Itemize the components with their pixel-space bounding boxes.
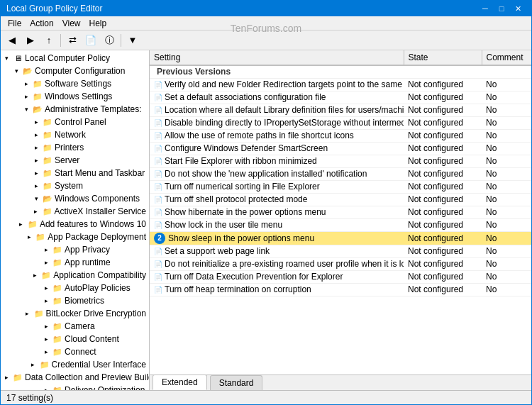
- tree-expander-camera[interactable]: ▸: [40, 321, 52, 332]
- table-row[interactable]: Turn off shell protocol protected modeNo…: [150, 193, 531, 206]
- col-header-setting[interactable]: Setting: [150, 50, 404, 65]
- tree-expander-windows-settings[interactable]: ▸: [21, 91, 32, 102]
- tree-label-start-menu: Start Menu and Taskbar: [55, 168, 145, 178]
- tree-expander-computer-configuration[interactable]: ▾: [11, 65, 22, 77]
- tree-item-connect[interactable]: ▸Connect: [1, 345, 149, 358]
- menu-action[interactable]: Action: [26, 17, 57, 30]
- tree-item-bitlocker[interactable]: ▸BitLocker Drive Encryption: [1, 307, 149, 320]
- tree-expander-app-package[interactable]: ▸: [23, 231, 35, 243]
- properties-button[interactable]: 📄: [82, 33, 99, 48]
- tree-icon-start-menu: [42, 167, 53, 179]
- tree-expander-system[interactable]: ▸: [31, 180, 42, 192]
- tree-expander-bitlocker[interactable]: ▸: [22, 308, 33, 319]
- tree-expander-connect[interactable]: ▸: [40, 346, 52, 357]
- tree-item-administrative-templates[interactable]: ▾Administrative Templates:: [1, 103, 149, 116]
- tree-expander-data-collection[interactable]: ▸: [1, 372, 12, 383]
- table-row[interactable]: Verify old and new Folder Redirection ta…: [150, 78, 531, 91]
- table-row[interactable]: Do not show the 'new application install…: [150, 167, 531, 180]
- minimize-button[interactable]: ─: [477, 2, 493, 15]
- tree-item-server[interactable]: ▸Server: [1, 154, 149, 167]
- tree-item-network[interactable]: ▸Network: [1, 128, 149, 141]
- tree-item-windows-settings[interactable]: ▸Windows Settings: [1, 90, 149, 103]
- maximize-button[interactable]: □: [494, 2, 509, 15]
- table-cell-state: Not configured: [404, 231, 482, 245]
- table-row[interactable]: Turn off numerical sorting in File Explo…: [150, 180, 531, 193]
- col-header-state[interactable]: State: [404, 50, 482, 65]
- tab-extended[interactable]: Extended: [153, 375, 207, 390]
- table-row[interactable]: Do not reinitialize a pre-existing roame…: [150, 257, 531, 270]
- tree-expander-add-features[interactable]: ▸: [16, 218, 27, 230]
- tree-item-system[interactable]: ▸System: [1, 179, 149, 192]
- table-row[interactable]: Allow the use of remote paths in file sh…: [150, 129, 531, 142]
- up-button[interactable]: ↑: [40, 33, 57, 48]
- table-row[interactable]: Set a support web page linkNot configure…: [150, 245, 531, 257]
- tree-expander-autoplay[interactable]: ▸: [40, 282, 52, 294]
- setting-text: Turn off Data Execution Prevention for E…: [165, 272, 343, 282]
- table-cell-setting: Do not show the 'new application install…: [150, 167, 404, 180]
- tree-icon-printers: [42, 142, 53, 153]
- tree-expander-local-computer-policy[interactable]: ▾: [1, 52, 12, 64]
- table-row[interactable]: Previous Versions: [150, 65, 531, 78]
- tree-item-application-compat[interactable]: ▸Application Compatibility: [1, 269, 149, 282]
- tree-item-app-runtime[interactable]: ▸App runtime: [1, 256, 149, 269]
- close-button[interactable]: ✕: [510, 2, 526, 15]
- tree-item-computer-configuration[interactable]: ▾Computer Configuration: [1, 65, 149, 77]
- tree-expander-start-menu[interactable]: ▸: [31, 167, 42, 179]
- tree-expander-software-settings[interactable]: ▸: [21, 78, 32, 89]
- tree-expander-activex[interactable]: ▸: [31, 206, 42, 217]
- table-row[interactable]: Show lock in the user tile menuNot confi…: [150, 218, 531, 231]
- tree-expander-printers[interactable]: ▸: [31, 142, 42, 153]
- table-row[interactable]: Configure Windows Defender SmartScreenNo…: [150, 142, 531, 155]
- tree-expander-control-panel[interactable]: ▸: [31, 116, 42, 128]
- tree-expander-credential-ui[interactable]: ▸: [28, 359, 39, 370]
- menu-help[interactable]: Help: [85, 17, 111, 30]
- tree-expander-app-runtime[interactable]: ▸: [40, 257, 52, 268]
- tree-item-app-privacy[interactable]: ▸App Privacy: [1, 243, 149, 256]
- tree-item-cloud-content[interactable]: ▸Cloud Content: [1, 333, 149, 345]
- setting-icon: [154, 92, 162, 102]
- table-row[interactable]: Location where all default Library defin…: [150, 104, 531, 116]
- tree-expander-administrative-templates[interactable]: ▾: [21, 104, 32, 115]
- col-header-comment[interactable]: Comment: [482, 50, 531, 65]
- tree-expander-network[interactable]: ▸: [31, 129, 42, 140]
- tree-expander-server[interactable]: ▸: [31, 155, 42, 166]
- menu-view[interactable]: View: [58, 17, 85, 30]
- filter-button[interactable]: ▼: [124, 33, 141, 48]
- tree-expander-application-compat[interactable]: ▸: [29, 270, 40, 281]
- table-row[interactable]: Show hibernate in the power options menu…: [150, 206, 531, 218]
- tree-item-data-collection[interactable]: ▸Data Collection and Preview Builds: [1, 371, 149, 384]
- tree-item-camera[interactable]: ▸Camera: [1, 320, 149, 333]
- table-row[interactable]: Turn off Data Execution Prevention for E…: [150, 270, 531, 283]
- table-row[interactable]: 2Show sleep in the power options menuNot…: [150, 231, 531, 245]
- table-cell-state: Not configured: [404, 104, 482, 116]
- table-row[interactable]: Turn off heap termination on corruptionN…: [150, 283, 531, 296]
- menu-file[interactable]: File: [4, 17, 26, 30]
- tree-item-credential-ui[interactable]: ▸Credential User Interface: [1, 358, 149, 371]
- table-row[interactable]: Disable binding directly to IPropertySet…: [150, 116, 531, 129]
- tree-expander-biometrics[interactable]: ▸: [40, 295, 52, 306]
- tree-item-local-computer-policy[interactable]: ▾Local Computer Policy: [1, 52, 149, 65]
- tree-item-start-menu[interactable]: ▸Start Menu and Taskbar: [1, 167, 149, 179]
- table-row[interactable]: Start File Explorer with ribbon minimize…: [150, 155, 531, 167]
- table-row[interactable]: Set a default associations configuration…: [150, 91, 531, 104]
- tree-item-windows-components[interactable]: ▾Windows Components: [1, 192, 149, 205]
- tab-standard[interactable]: Standard: [210, 375, 263, 390]
- back-button[interactable]: ◀: [4, 33, 21, 48]
- tree-expander-cloud-content[interactable]: ▸: [40, 333, 52, 345]
- tree-item-activex[interactable]: ▸ActiveX Installer Service: [1, 205, 149, 218]
- help-button[interactable]: ⓘ: [101, 33, 118, 48]
- show-hide-button[interactable]: ⇄: [64, 33, 81, 48]
- tree-item-add-features[interactable]: ▸Add features to Windows 10: [1, 218, 149, 231]
- tree-item-autoplay[interactable]: ▸AutoPlay Policies: [1, 282, 149, 294]
- forward-button[interactable]: ▶: [22, 33, 39, 48]
- tree-label-windows-settings: Windows Settings: [45, 91, 112, 101]
- tree-item-control-panel[interactable]: ▸Control Panel: [1, 116, 149, 128]
- tree-item-app-package[interactable]: ▸App Package Deployment: [1, 231, 149, 243]
- tree-expander-app-privacy[interactable]: ▸: [40, 244, 52, 255]
- tree-item-delivery-opt[interactable]: ▸Delivery Optimization: [1, 384, 149, 390]
- tree-item-software-settings[interactable]: ▸Software Settings: [1, 77, 149, 90]
- tree-item-biometrics[interactable]: ▸Biometrics: [1, 294, 149, 307]
- tree-expander-windows-components[interactable]: ▾: [31, 193, 42, 204]
- tree-expander-delivery-opt[interactable]: ▸: [40, 384, 52, 390]
- tree-item-printers[interactable]: ▸Printers: [1, 141, 149, 154]
